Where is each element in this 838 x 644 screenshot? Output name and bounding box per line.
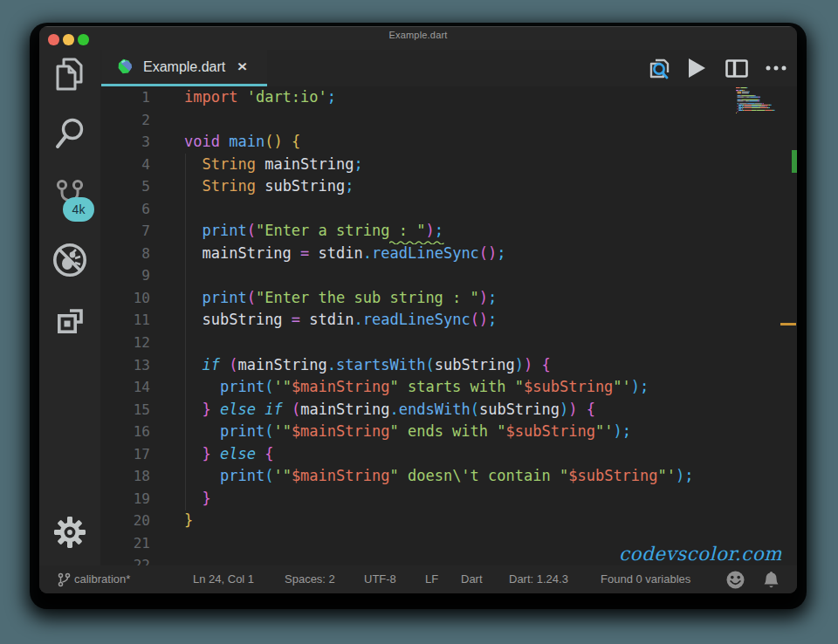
line-text: import 'dart:io'; — [184, 86, 336, 109]
line-number: 7 — [100, 220, 150, 243]
line-number: 22 — [100, 554, 150, 565]
code-line-2: 2 — [100, 109, 736, 132]
code-line-12: 12 — [100, 332, 736, 354]
activity-item-debug[interactable] — [39, 242, 100, 278]
line-number: 12 — [100, 332, 150, 354]
code-area: 1import 'dart:io';23void main() {4 Strin… — [100, 86, 736, 565]
spelling-squiggle — [389, 240, 444, 244]
minimap[interactable] — [736, 87, 778, 122]
line-text: String subString; — [184, 175, 354, 198]
code-line-19: 19 } — [100, 488, 736, 510]
line-text: } — [184, 510, 193, 532]
line-number: 20 — [100, 510, 150, 532]
code-line-11: 11 subString = stdin.readLineSync(); — [100, 309, 736, 332]
gear-icon — [53, 516, 86, 549]
status-item-spaces-2[interactable]: Spaces: 2 — [285, 565, 335, 593]
branch-mini-icon — [58, 572, 74, 587]
titlebar: Example.dart — [39, 26, 797, 50]
status-item-found-0-variables[interactable]: Found 0 variables — [601, 565, 690, 593]
editor[interactable]: 1import 'dart:io';23void main() {4 Strin… — [100, 86, 797, 565]
code-line-14: 14 print('"$mainString" starts with "$su… — [100, 376, 736, 399]
run-button[interactable] — [688, 50, 706, 86]
line-number: 18 — [100, 465, 150, 488]
line-text: print("Enter the sub string : "); — [184, 287, 497, 310]
activity-item-explorer[interactable] — [39, 54, 100, 94]
line-number: 3 — [100, 131, 150, 154]
line-number: 10 — [100, 287, 150, 310]
search-icon — [52, 116, 87, 153]
overview-ruler-added-marker — [792, 150, 797, 173]
status-branch[interactable]: calibration* — [58, 565, 130, 593]
line-text: subString = stdin.readLineSync(); — [184, 309, 497, 332]
overview-ruler-warning-marker — [780, 323, 796, 325]
line-text: void main() { — [184, 131, 300, 154]
tab-bar: Example.dart ✕ — [100, 50, 797, 86]
code-line-1: 1import 'dart:io'; — [100, 86, 736, 109]
line-number: 17 — [100, 443, 150, 466]
line-text: String mainString; — [184, 154, 363, 176]
line-number: 19 — [100, 488, 150, 510]
line-text: print('"$mainString" starts with "$subSt… — [184, 376, 649, 399]
line-number: 6 — [100, 198, 150, 221]
line-number: 14 — [100, 376, 150, 399]
status-item-ln-24-col-1[interactable]: Ln 24, Col 1 — [193, 565, 254, 593]
watermark: codevscolor.com — [619, 543, 782, 565]
status-item-dart-1-24-3[interactable]: Dart: 1.24.3 — [509, 565, 568, 593]
code-line-20: 20} — [100, 510, 736, 532]
line-number: 11 — [100, 309, 150, 332]
split-editor-icon — [725, 59, 748, 78]
line-text: if (mainString.startsWith(subString)) { — [184, 354, 551, 377]
page: { "window": { "title": "Example.dart" },… — [0, 0, 838, 644]
line-text: } else if (mainString.endsWith(subString… — [184, 399, 595, 421]
code-line-5: 5 String subString; — [100, 175, 736, 198]
activity-item-search[interactable] — [39, 116, 100, 153]
window-title: Example.dart — [39, 30, 797, 40]
status-item-dart[interactable]: Dart — [461, 565, 483, 593]
activity-item-settings[interactable] — [39, 516, 100, 549]
branch-label: calibration* — [74, 565, 130, 593]
code-line-13: 13 if (mainString.startsWith(subString))… — [100, 354, 736, 377]
ellipsis-icon — [766, 65, 786, 72]
bell-icon — [763, 571, 780, 589]
status-bar: calibration*Ln 24, Col 1Spaces: 2UTF-8LF… — [39, 565, 797, 593]
line-number: 1 — [100, 86, 150, 109]
line-number: 21 — [100, 532, 150, 555]
line-number: 8 — [100, 243, 150, 265]
feedback-smiley-button[interactable] — [726, 565, 745, 593]
line-number: 4 — [100, 154, 150, 176]
line-number: 2 — [100, 109, 150, 132]
code-line-7: 7 print("Enter a string : "); — [100, 220, 736, 243]
status-item-utf-8[interactable]: UTF-8 — [364, 565, 396, 593]
code-line-4: 4 String mainString; — [100, 154, 736, 176]
notifications-bell-button[interactable] — [763, 565, 780, 593]
file-search-icon — [648, 58, 671, 79]
line-text: } — [184, 488, 211, 510]
code-line-17: 17 } else { — [100, 443, 736, 466]
line-number: 16 — [100, 421, 150, 443]
more-actions-button[interactable] — [766, 50, 786, 86]
line-text: print('"$mainString" ends with "$subStri… — [184, 421, 631, 443]
line-number: 15 — [100, 399, 150, 421]
code-line-8: 8 mainString = stdin.readLineSync(); — [100, 243, 736, 265]
line-number: 5 — [100, 175, 150, 198]
vscode-window: Example.dart 4k — [39, 26, 797, 593]
line-number: 13 — [100, 354, 150, 377]
line-number: 9 — [100, 264, 150, 287]
editor-toolbar — [100, 50, 797, 86]
code-line-15: 15 } else if (mainString.endsWith(subStr… — [100, 399, 736, 421]
code-line-6: 6 — [100, 198, 736, 221]
no-bug-icon — [52, 242, 88, 278]
code-line-3: 3void main() { — [100, 131, 736, 154]
split-editor-button[interactable] — [725, 50, 748, 86]
source-control-badge: 4k — [63, 197, 94, 222]
code-line-10: 10 print("Enter the sub string : "); — [100, 287, 736, 310]
smiley-icon — [726, 571, 745, 589]
code-line-16: 16 print('"$mainString" ends with "$subS… — [100, 421, 736, 443]
files-icon — [51, 54, 89, 94]
status-item-lf[interactable]: LF — [425, 565, 438, 593]
open-preview-button[interactable] — [648, 50, 671, 86]
line-text: } else { — [184, 443, 273, 466]
code-line-18: 18 print('"$mainString" doesn\'t contain… — [100, 465, 736, 488]
activity-item-extensions[interactable] — [39, 304, 100, 339]
line-text: print('"$mainString" doesn\'t contain "$… — [184, 465, 694, 488]
